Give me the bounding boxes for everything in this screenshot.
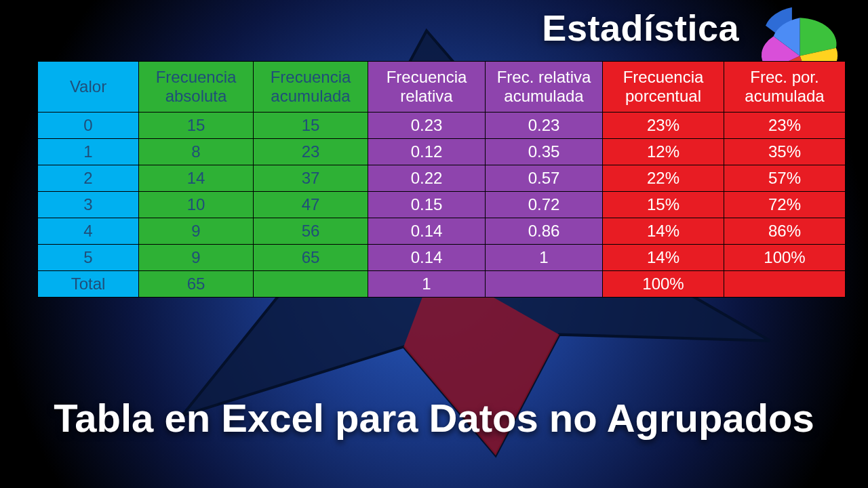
cell-valor: 3 [38, 192, 139, 218]
cell-rel: 0.22 [368, 165, 486, 192]
cell-total-pctac [724, 271, 846, 298]
cell-relac: 0.35 [486, 139, 603, 165]
table-row: 4 9 56 0.14 0.86 14% 86% [38, 218, 846, 245]
cell-abs: 14 [139, 165, 254, 192]
cell-pctac: 72% [724, 192, 846, 218]
cell-pct: 22% [603, 165, 724, 192]
cell-abs: 15 [139, 113, 254, 139]
table-total-row: Total 65 1 100% [38, 271, 846, 298]
table-body: 0 15 15 0.23 0.23 23% 23% 1 8 23 0.12 0.… [38, 113, 846, 298]
cell-rel: 0.14 [368, 218, 486, 245]
cell-relac: 0.86 [486, 218, 603, 245]
cell-acum: 37 [254, 165, 368, 192]
cell-pctac: 57% [724, 165, 846, 192]
cell-pct: 14% [603, 245, 724, 271]
cell-pct: 23% [603, 113, 724, 139]
cell-abs: 8 [139, 139, 254, 165]
table-row: 2 14 37 0.22 0.57 22% 57% [38, 165, 846, 192]
cell-rel: 0.15 [368, 192, 486, 218]
cell-pct: 15% [603, 192, 724, 218]
table-row: 3 10 47 0.15 0.72 15% 72% [38, 192, 846, 218]
cell-pctac: 86% [724, 218, 846, 245]
page-title: Estadística [542, 7, 739, 49]
cell-total-rel: 1 [368, 271, 486, 298]
cell-total-pct: 100% [603, 271, 724, 298]
cell-pctac: 23% [724, 113, 846, 139]
cell-relac: 1 [486, 245, 603, 271]
table-row: 0 15 15 0.23 0.23 23% 23% [38, 113, 846, 139]
cell-rel: 0.23 [368, 113, 486, 139]
cell-acum: 15 [254, 113, 368, 139]
cell-total-label: Total [38, 271, 139, 298]
cell-pctac: 35% [724, 139, 846, 165]
table-row: 1 8 23 0.12 0.35 12% 35% [38, 139, 846, 165]
col-header-frec-relativa-acum: Frec. relativa acumulada [486, 62, 603, 113]
cell-total-acum [254, 271, 368, 298]
cell-valor: 1 [38, 139, 139, 165]
cell-relac: 0.72 [486, 192, 603, 218]
col-header-frec-porcentual: Frecuencia porcentual [603, 62, 724, 113]
page-subtitle: Tabla en Excel para Datos no Agrupados [34, 395, 834, 441]
cell-relac: 0.23 [486, 113, 603, 139]
cell-acum: 65 [254, 245, 368, 271]
cell-acum: 23 [254, 139, 368, 165]
cell-relac: 0.57 [486, 165, 603, 192]
col-header-valor: Valor [38, 62, 139, 113]
cell-abs: 9 [139, 245, 254, 271]
col-header-frec-porcentual-acum: Frec. por. acumulada [724, 62, 846, 113]
cell-total-abs: 65 [139, 271, 254, 298]
cell-abs: 9 [139, 218, 254, 245]
cell-valor: 2 [38, 165, 139, 192]
slide-stage: Estadística Valor Frecuencia [0, 0, 868, 488]
cell-acum: 47 [254, 192, 368, 218]
cell-acum: 56 [254, 218, 368, 245]
cell-rel: 0.14 [368, 245, 486, 271]
table-row: 5 9 65 0.14 1 14% 100% [38, 245, 846, 271]
cell-pct: 14% [603, 218, 724, 245]
cell-valor: 4 [38, 218, 139, 245]
cell-total-relac [486, 271, 603, 298]
cell-abs: 10 [139, 192, 254, 218]
cell-valor: 5 [38, 245, 139, 271]
cell-valor: 0 [38, 113, 139, 139]
col-header-frec-acumulada: Frecuencia acumulada [254, 62, 368, 113]
cell-pctac: 100% [724, 245, 846, 271]
cell-pct: 12% [603, 139, 724, 165]
table-header-row: Valor Frecuencia absoluta Frecuencia acu… [38, 62, 846, 113]
col-header-frec-relativa: Frecuencia relativa [368, 62, 486, 113]
col-header-frec-absoluta: Frecuencia absoluta [139, 62, 254, 113]
cell-rel: 0.12 [368, 139, 486, 165]
frequency-table: Valor Frecuencia absoluta Frecuencia acu… [37, 61, 846, 298]
